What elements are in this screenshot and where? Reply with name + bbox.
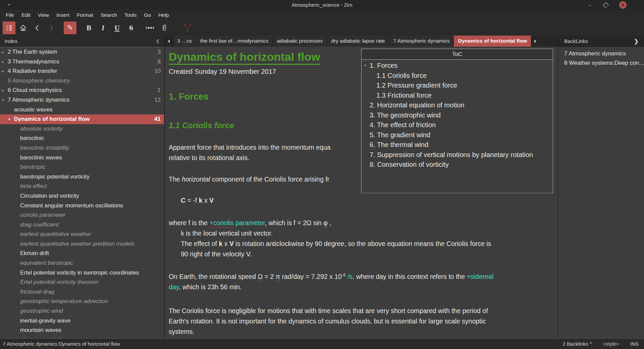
toc-item[interactable]: 4. The effect of friction — [362, 120, 553, 130]
index-item[interactable]: ▸2 The Earth system3 — [0, 47, 164, 57]
menu-search[interactable]: Search — [97, 10, 121, 20]
toc-item[interactable]: 5. The gradient wind — [362, 130, 553, 140]
page-tab[interactable]: 7 Atmospheric dynamics — [389, 36, 454, 47]
index-item[interactable]: ▾Dynamics of horizontal flow41 — [0, 114, 164, 124]
page-tab[interactable]: the first law of…rmodynamics — [196, 36, 273, 47]
index-item[interactable]: equivalent barotropic — [0, 258, 164, 268]
toggle-index-button[interactable] — [3, 21, 15, 34]
index-item[interactable]: barotropic — [0, 162, 164, 172]
index-item[interactable]: earliest quantitative weather predition … — [0, 239, 164, 249]
index-item[interactable]: inertial-gravity wave — [0, 316, 164, 326]
index-item[interactable]: barotropic potential vorticity — [0, 172, 164, 182]
page-tab[interactable]: 3 …cs — [173, 36, 196, 47]
statusbar-style-selector[interactable]: <style> — [597, 339, 625, 349]
bold-button[interactable]: B — [83, 21, 95, 34]
index-item[interactable]: ▸6 Cloud microphysics1 — [0, 86, 164, 95]
paragraph: The Coriolis force is negligible for mot… — [169, 306, 558, 337]
page-link[interactable]: parameter — [233, 219, 265, 227]
menu-format[interactable]: Format — [73, 10, 97, 20]
collapse-triangle-icon[interactable]: ▾ — [8, 114, 10, 124]
menu-file[interactable]: File — [2, 10, 18, 20]
menu-help[interactable]: Help — [155, 10, 173, 20]
toc-item[interactable]: 8. Conservation of vorticity — [362, 160, 553, 170]
menu-edit[interactable]: Edit — [18, 10, 34, 20]
toc-item[interactable]: 7. Suppression of vertical motions by pl… — [362, 150, 553, 160]
expand-triangle-icon[interactable]: ▸ — [2, 57, 4, 67]
text-span: Earth's rotation. It is not important fo… — [169, 317, 486, 325]
expand-triangle-icon[interactable]: ▸ — [2, 86, 4, 95]
index-item[interactable]: 5 Atmospheric chemistry — [0, 76, 164, 86]
menu-insert[interactable]: Insert — [53, 10, 73, 20]
index-item[interactable]: ▸4 Radiative transfer10 — [0, 66, 164, 76]
page-tab[interactable]: Dynamics of horizontal flow — [454, 36, 531, 47]
menu-tools[interactable]: Tools — [121, 10, 140, 20]
toc-item[interactable]: 1.2 Pressure gradient force — [362, 81, 553, 91]
toggle-edit-button[interactable]: ✎ — [64, 21, 76, 34]
statusbar-backlinks-toggle[interactable]: 2 Backlinks ^ — [557, 339, 597, 349]
toc-header[interactable]: ToC — [362, 49, 553, 60]
index-item[interactable]: ▸3 Thermaodynamics8 — [0, 57, 164, 67]
text-span: where day in this context refers to the — [354, 273, 467, 280]
restore-icon — [603, 2, 609, 8]
toc-item[interactable]: 3. The geostrophic wind — [362, 110, 553, 120]
close-button[interactable]: ✕ — [619, 1, 627, 9]
index-item[interactable]: acoustic waves — [0, 105, 164, 115]
tabs-scroll-left-button[interactable] — [165, 36, 173, 47]
italic-button[interactable]: I — [97, 21, 109, 34]
index-item[interactable]: Ertel potential vorticity theorem — [0, 278, 164, 287]
index-item[interactable]: Ekman drift — [0, 249, 164, 258]
insert-link-button[interactable] — [144, 21, 156, 34]
paragraph: C = -f k x V — [169, 195, 558, 206]
text-line: k is the local vertical unit vector. — [169, 228, 558, 239]
expand-panel-chevron-icon[interactable]: ❯ — [634, 38, 639, 45]
index-item[interactable]: baroclinic — [0, 134, 164, 143]
index-item[interactable]: earliest quantitative weather — [0, 230, 164, 239]
backlink-item[interactable]: 7 Atmospheric dynamics — [558, 49, 644, 58]
index-item[interactable]: geostrophic wind — [0, 306, 164, 316]
index-item[interactable]: Ertel potential vorticity in isentropic … — [0, 268, 164, 278]
custom-tool-button[interactable] — [181, 21, 194, 34]
collapse-panel-chevron-icon[interactable] — [156, 39, 160, 44]
strikethrough-button[interactable]: S — [125, 21, 138, 34]
index-item[interactable]: beta effect — [0, 182, 164, 191]
toc-item-label: 1. Forces — [362, 62, 397, 69]
collapse-triangle-icon[interactable]: ▾ — [2, 95, 4, 105]
minimize-button[interactable]: – — [586, 1, 594, 9]
page-link[interactable]: day — [169, 283, 179, 291]
attach-file-button[interactable] — [158, 21, 170, 34]
page-tab[interactable]: adiabatic processes — [273, 36, 327, 47]
page-tab[interactable]: dry adiabatic lapse rate — [327, 36, 389, 47]
index-item[interactable]: absolute vorticity — [0, 124, 164, 134]
toc-item[interactable]: 2. Horizontal equation of motion — [362, 100, 553, 110]
index-item[interactable]: planetary vorticity — [0, 335, 164, 338]
home-button[interactable] — [17, 21, 30, 34]
page-link[interactable]: /s, — [347, 273, 355, 280]
menu-go[interactable]: Go — [140, 10, 155, 20]
expand-triangle-icon[interactable]: ▸ — [2, 66, 4, 76]
index-item[interactable]: Circulation and vorticity — [0, 191, 164, 201]
restore-button[interactable] — [602, 1, 610, 9]
index-item[interactable]: baroclinic waves — [0, 153, 164, 163]
toc-item[interactable]: 1.3 Frictional force — [362, 91, 553, 101]
index-item[interactable]: Constant angular momentum oscillations — [0, 201, 164, 211]
tabs-scroll-right-button[interactable] — [531, 36, 539, 47]
index-item[interactable]: ▾7 Atmospheric dynamics12 — [0, 95, 164, 105]
backlink-item[interactable]: 8 Weather systems:Deep con… — [558, 58, 644, 68]
forward-button[interactable] — [45, 21, 58, 34]
expand-triangle-icon[interactable]: ▸ — [2, 47, 4, 57]
index-item[interactable]: coriolis parameter — [0, 210, 164, 220]
toc-item[interactable]: 6. The thermal wind — [362, 140, 553, 150]
index-item[interactable]: mountain waves — [0, 326, 164, 335]
page-link[interactable]: +coriolis — [209, 219, 233, 227]
index-item[interactable]: drag coefficient — [0, 220, 164, 230]
page-link[interactable]: +sidereal — [467, 273, 493, 280]
index-item[interactable]: geostrophic temperature advection — [0, 297, 164, 306]
toc-item[interactable]: 1.1 Coriolis force — [362, 71, 553, 81]
back-button[interactable] — [31, 21, 44, 34]
collapse-triangle-icon[interactable]: ▾ — [364, 61, 366, 71]
index-item[interactable]: frictional drag — [0, 287, 164, 297]
underline-button[interactable]: U — [111, 21, 123, 34]
menu-view[interactable]: View — [34, 10, 53, 20]
index-item[interactable]: baroclinic instability — [0, 143, 164, 153]
toc-item[interactable]: ▾1. Forces — [362, 61, 553, 71]
